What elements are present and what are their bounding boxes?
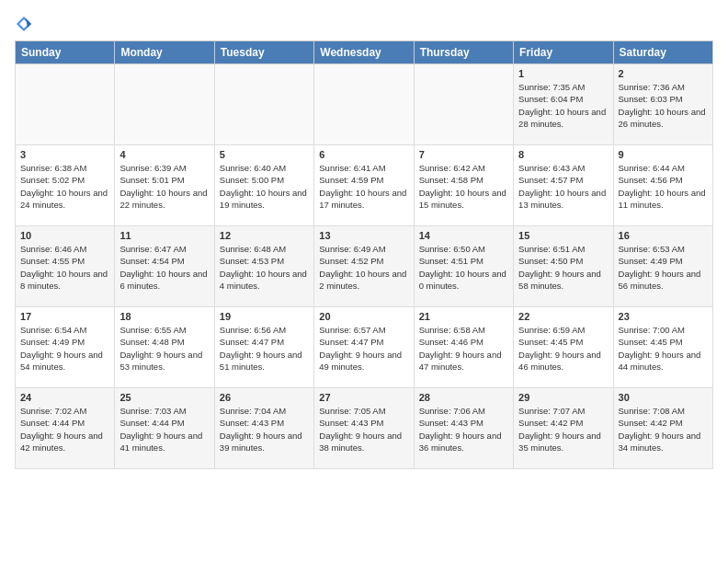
day-number: 22 bbox=[518, 311, 608, 322]
calendar-week-4: 17Sunrise: 6:54 AM Sunset: 4:49 PM Dayli… bbox=[16, 307, 713, 388]
day-number: 29 bbox=[518, 392, 608, 403]
day-info: Sunrise: 6:54 AM Sunset: 4:49 PM Dayligh… bbox=[20, 324, 109, 373]
day-number: 17 bbox=[20, 311, 109, 322]
day-info: Sunrise: 7:08 AM Sunset: 4:42 PM Dayligh… bbox=[619, 405, 708, 454]
day-number: 9 bbox=[619, 149, 708, 160]
calendar-cell: 4Sunrise: 6:39 AM Sunset: 5:01 PM Daylig… bbox=[115, 145, 214, 226]
calendar-cell bbox=[16, 64, 115, 145]
day-number: 3 bbox=[20, 149, 109, 160]
calendar-cell: 24Sunrise: 7:02 AM Sunset: 4:44 PM Dayli… bbox=[16, 388, 115, 469]
day-info: Sunrise: 6:46 AM Sunset: 4:55 PM Dayligh… bbox=[20, 243, 109, 292]
calendar-cell: 15Sunrise: 6:51 AM Sunset: 4:50 PM Dayli… bbox=[514, 226, 613, 307]
day-info: Sunrise: 6:55 AM Sunset: 4:48 PM Dayligh… bbox=[119, 324, 209, 373]
day-number: 24 bbox=[20, 392, 109, 403]
calendar-cell bbox=[214, 64, 313, 145]
day-number: 20 bbox=[319, 311, 408, 322]
day-number: 28 bbox=[419, 392, 508, 403]
day-info: Sunrise: 7:35 AM Sunset: 6:04 PM Dayligh… bbox=[518, 81, 608, 130]
day-number: 16 bbox=[619, 230, 708, 241]
calendar-cell: 14Sunrise: 6:50 AM Sunset: 4:51 PM Dayli… bbox=[414, 226, 513, 307]
calendar-cell: 6Sunrise: 6:41 AM Sunset: 4:59 PM Daylig… bbox=[314, 145, 414, 226]
header bbox=[15, 15, 713, 33]
calendar-cell: 29Sunrise: 7:07 AM Sunset: 4:42 PM Dayli… bbox=[514, 388, 613, 469]
day-info: Sunrise: 7:02 AM Sunset: 4:44 PM Dayligh… bbox=[20, 405, 109, 454]
day-info: Sunrise: 6:59 AM Sunset: 4:45 PM Dayligh… bbox=[518, 324, 608, 373]
weekday-header-thursday: Thursday bbox=[414, 41, 513, 64]
day-number: 18 bbox=[119, 311, 209, 322]
day-info: Sunrise: 7:05 AM Sunset: 4:43 PM Dayligh… bbox=[319, 405, 408, 454]
day-info: Sunrise: 6:44 AM Sunset: 4:56 PM Dayligh… bbox=[619, 162, 708, 211]
day-number: 30 bbox=[619, 392, 708, 403]
day-info: Sunrise: 6:38 AM Sunset: 5:02 PM Dayligh… bbox=[20, 162, 109, 211]
day-info: Sunrise: 6:50 AM Sunset: 4:51 PM Dayligh… bbox=[419, 243, 508, 292]
calendar-cell: 17Sunrise: 6:54 AM Sunset: 4:49 PM Dayli… bbox=[16, 307, 115, 388]
day-number: 11 bbox=[119, 230, 209, 241]
day-number: 7 bbox=[419, 149, 508, 160]
calendar-cell: 10Sunrise: 6:46 AM Sunset: 4:55 PM Dayli… bbox=[16, 226, 115, 307]
day-info: Sunrise: 7:03 AM Sunset: 4:44 PM Dayligh… bbox=[119, 405, 209, 454]
calendar-cell: 11Sunrise: 6:47 AM Sunset: 4:54 PM Dayli… bbox=[115, 226, 214, 307]
day-number: 27 bbox=[319, 392, 408, 403]
calendar-cell: 3Sunrise: 6:38 AM Sunset: 5:02 PM Daylig… bbox=[16, 145, 115, 226]
day-number: 8 bbox=[518, 149, 608, 160]
logo-icon bbox=[15, 15, 33, 33]
calendar-cell: 19Sunrise: 6:56 AM Sunset: 4:47 PM Dayli… bbox=[214, 307, 313, 388]
calendar-cell: 2Sunrise: 7:36 AM Sunset: 6:03 PM Daylig… bbox=[613, 64, 712, 145]
calendar-week-2: 3Sunrise: 6:38 AM Sunset: 5:02 PM Daylig… bbox=[16, 145, 713, 226]
day-info: Sunrise: 6:57 AM Sunset: 4:47 PM Dayligh… bbox=[319, 324, 408, 373]
day-number: 14 bbox=[419, 230, 508, 241]
day-info: Sunrise: 7:00 AM Sunset: 4:45 PM Dayligh… bbox=[619, 324, 708, 373]
calendar-cell: 18Sunrise: 6:55 AM Sunset: 4:48 PM Dayli… bbox=[115, 307, 214, 388]
calendar-cell: 5Sunrise: 6:40 AM Sunset: 5:00 PM Daylig… bbox=[214, 145, 313, 226]
calendar-cell: 1Sunrise: 7:35 AM Sunset: 6:04 PM Daylig… bbox=[514, 64, 613, 145]
day-number: 15 bbox=[518, 230, 608, 241]
calendar-cell: 20Sunrise: 6:57 AM Sunset: 4:47 PM Dayli… bbox=[314, 307, 414, 388]
day-number: 13 bbox=[319, 230, 408, 241]
calendar-body: 1Sunrise: 7:35 AM Sunset: 6:04 PM Daylig… bbox=[16, 64, 713, 469]
weekday-header-tuesday: Tuesday bbox=[214, 41, 313, 64]
calendar-cell: 23Sunrise: 7:00 AM Sunset: 4:45 PM Dayli… bbox=[613, 307, 712, 388]
calendar-cell: 26Sunrise: 7:04 AM Sunset: 4:43 PM Dayli… bbox=[214, 388, 313, 469]
calendar-header: SundayMondayTuesdayWednesdayThursdayFrid… bbox=[16, 41, 713, 64]
logo bbox=[15, 15, 37, 33]
calendar-cell: 7Sunrise: 6:42 AM Sunset: 4:58 PM Daylig… bbox=[414, 145, 513, 226]
day-info: Sunrise: 7:06 AM Sunset: 4:43 PM Dayligh… bbox=[419, 405, 508, 454]
day-info: Sunrise: 6:53 AM Sunset: 4:49 PM Dayligh… bbox=[619, 243, 708, 292]
calendar-cell bbox=[314, 64, 414, 145]
weekday-header-saturday: Saturday bbox=[613, 41, 712, 64]
calendar-cell bbox=[414, 64, 513, 145]
header-row: SundayMondayTuesdayWednesdayThursdayFrid… bbox=[16, 41, 713, 64]
calendar-cell: 9Sunrise: 6:44 AM Sunset: 4:56 PM Daylig… bbox=[613, 145, 712, 226]
day-number: 23 bbox=[619, 311, 708, 322]
calendar-cell: 16Sunrise: 6:53 AM Sunset: 4:49 PM Dayli… bbox=[613, 226, 712, 307]
calendar-cell: 28Sunrise: 7:06 AM Sunset: 4:43 PM Dayli… bbox=[414, 388, 513, 469]
calendar: SundayMondayTuesdayWednesdayThursdayFrid… bbox=[15, 40, 713, 469]
day-info: Sunrise: 6:47 AM Sunset: 4:54 PM Dayligh… bbox=[119, 243, 209, 292]
weekday-header-wednesday: Wednesday bbox=[314, 41, 414, 64]
calendar-cell: 8Sunrise: 6:43 AM Sunset: 4:57 PM Daylig… bbox=[514, 145, 613, 226]
day-info: Sunrise: 7:07 AM Sunset: 4:42 PM Dayligh… bbox=[518, 405, 608, 454]
day-number: 25 bbox=[119, 392, 209, 403]
day-number: 5 bbox=[220, 149, 309, 160]
day-info: Sunrise: 6:56 AM Sunset: 4:47 PM Dayligh… bbox=[220, 324, 309, 373]
calendar-cell: 25Sunrise: 7:03 AM Sunset: 4:44 PM Dayli… bbox=[115, 388, 214, 469]
day-number: 2 bbox=[619, 68, 708, 79]
day-info: Sunrise: 6:43 AM Sunset: 4:57 PM Dayligh… bbox=[518, 162, 608, 211]
day-info: Sunrise: 6:41 AM Sunset: 4:59 PM Dayligh… bbox=[319, 162, 408, 211]
weekday-header-monday: Monday bbox=[115, 41, 214, 64]
day-number: 1 bbox=[518, 68, 608, 79]
calendar-cell: 13Sunrise: 6:49 AM Sunset: 4:52 PM Dayli… bbox=[314, 226, 414, 307]
day-number: 10 bbox=[20, 230, 109, 241]
day-info: Sunrise: 6:58 AM Sunset: 4:46 PM Dayligh… bbox=[419, 324, 508, 373]
day-info: Sunrise: 7:04 AM Sunset: 4:43 PM Dayligh… bbox=[220, 405, 309, 454]
calendar-cell: 12Sunrise: 6:48 AM Sunset: 4:53 PM Dayli… bbox=[214, 226, 313, 307]
calendar-cell: 22Sunrise: 6:59 AM Sunset: 4:45 PM Dayli… bbox=[514, 307, 613, 388]
day-number: 19 bbox=[220, 311, 309, 322]
day-number: 6 bbox=[319, 149, 408, 160]
weekday-header-sunday: Sunday bbox=[16, 41, 115, 64]
calendar-cell: 21Sunrise: 6:58 AM Sunset: 4:46 PM Dayli… bbox=[414, 307, 513, 388]
calendar-week-5: 24Sunrise: 7:02 AM Sunset: 4:44 PM Dayli… bbox=[16, 388, 713, 469]
day-info: Sunrise: 6:51 AM Sunset: 4:50 PM Dayligh… bbox=[518, 243, 608, 292]
day-info: Sunrise: 7:36 AM Sunset: 6:03 PM Dayligh… bbox=[619, 81, 708, 130]
day-number: 21 bbox=[419, 311, 508, 322]
